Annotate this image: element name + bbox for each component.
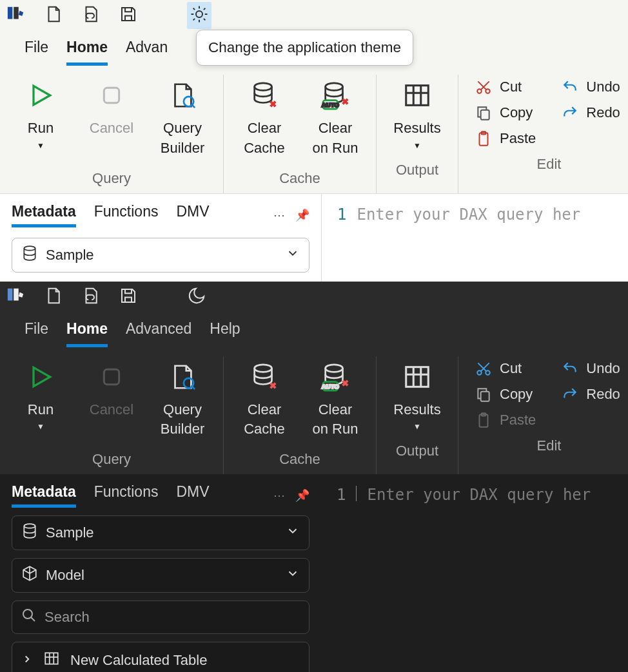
- svg-rect-12: [481, 110, 489, 120]
- side-tab-functions[interactable]: Functions: [94, 483, 159, 508]
- save-icon[interactable]: [119, 5, 138, 26]
- side-tab-metadata[interactable]: Metadata: [12, 483, 76, 508]
- tab-file[interactable]: File: [25, 312, 48, 347]
- app-logo-icon: [6, 5, 26, 26]
- cancel-button[interactable]: Cancel: [76, 75, 147, 161]
- cut-button[interactable]: Cut: [475, 360, 536, 377]
- chevron-right-icon: [21, 652, 33, 669]
- clear-cache-button[interactable]: Clear Cache: [229, 356, 300, 443]
- chevron-down-icon: [286, 524, 300, 542]
- svg-point-30: [24, 524, 35, 528]
- line-number: 1: [337, 486, 346, 672]
- clear-on-run-button[interactable]: AUTO Clear on Run: [300, 356, 371, 443]
- group-label-cache: Cache: [279, 442, 320, 474]
- search-icon: [21, 608, 37, 627]
- tab-home[interactable]: Home: [66, 31, 108, 66]
- db-erase-icon: [250, 77, 279, 113]
- svg-rect-27: [481, 391, 489, 401]
- query-builder-button[interactable]: Query Builder: [147, 356, 218, 443]
- database-combo[interactable]: Sample: [12, 238, 309, 273]
- svg-point-20: [255, 364, 272, 372]
- stop-icon: [99, 77, 124, 113]
- paste-button[interactable]: Paste: [475, 130, 536, 147]
- redo-button[interactable]: Redo: [562, 104, 620, 121]
- pin-icon[interactable]: 📌: [295, 488, 309, 503]
- svg-point-6: [326, 83, 343, 91]
- theme-tooltip: Change the application theme: [196, 30, 413, 66]
- undo-button[interactable]: Undo: [562, 79, 620, 95]
- query-editor[interactable]: 1 Enter your DAX query her: [321, 474, 628, 672]
- side-tab-metadata[interactable]: Metadata: [12, 203, 76, 227]
- new-file-icon[interactable]: [44, 286, 63, 308]
- pin-icon[interactable]: 📌: [295, 208, 309, 222]
- svg-rect-18: [104, 369, 119, 384]
- database-icon: [21, 245, 38, 265]
- search-input[interactable]: Search: [12, 600, 309, 634]
- database-icon: [21, 523, 38, 543]
- table-icon: [43, 650, 60, 671]
- line-number: 1: [337, 206, 346, 282]
- db-auto-erase-icon: AUTO: [320, 359, 350, 395]
- svg-rect-16: [8, 288, 13, 300]
- chevron-down-icon: ▼: [37, 141, 44, 150]
- theme-toggle-button[interactable]: [187, 286, 206, 308]
- group-label-cache: Cache: [279, 161, 320, 193]
- play-icon: [26, 77, 55, 113]
- link-file-icon[interactable]: [81, 5, 101, 26]
- save-icon[interactable]: [119, 286, 138, 308]
- chevron-down-icon: ▼: [413, 141, 421, 150]
- chevron-down-icon: [286, 246, 300, 264]
- copy-button[interactable]: Copy: [475, 386, 536, 403]
- results-button[interactable]: Results ▼: [382, 356, 453, 434]
- play-icon: [26, 359, 55, 395]
- tab-help[interactable]: Help: [210, 312, 240, 347]
- svg-rect-32: [45, 653, 58, 664]
- svg-rect-9: [406, 86, 429, 106]
- svg-rect-0: [8, 7, 13, 19]
- cut-button[interactable]: Cut: [475, 79, 536, 95]
- tab-advanced[interactable]: Advanced: [126, 312, 191, 347]
- side-tab-dmv[interactable]: DMV: [176, 203, 209, 227]
- editor-placeholder: Enter your DAX query her: [357, 206, 580, 282]
- undo-button[interactable]: Undo: [562, 360, 620, 377]
- svg-rect-3: [104, 88, 119, 102]
- copy-button[interactable]: Copy: [475, 104, 536, 121]
- clear-on-run-button[interactable]: AUTO Clear on Run: [300, 75, 371, 161]
- group-label-output: Output: [396, 153, 438, 185]
- chevron-down-icon: [286, 566, 300, 584]
- theme-toggle-button[interactable]: [187, 2, 211, 29]
- group-label-query: Query: [92, 161, 131, 193]
- svg-rect-1: [14, 7, 19, 19]
- group-label-query: Query: [92, 442, 131, 474]
- ellipsis-icon[interactable]: ⋯: [273, 488, 285, 503]
- model-combo[interactable]: Model: [12, 558, 309, 593]
- cancel-button[interactable]: Cancel: [76, 356, 147, 443]
- table-icon: [402, 359, 432, 395]
- svg-point-5: [255, 83, 272, 91]
- tab-home[interactable]: Home: [66, 312, 108, 347]
- db-auto-erase-icon: AUTO: [320, 77, 350, 113]
- redo-button[interactable]: Redo: [562, 386, 620, 403]
- database-combo[interactable]: Sample: [12, 515, 309, 550]
- run-button[interactable]: Run ▼: [5, 75, 76, 153]
- chevron-down-icon: ▼: [413, 422, 421, 431]
- side-tab-dmv[interactable]: DMV: [176, 483, 209, 508]
- query-editor[interactable]: 1 Enter your DAX query her: [321, 194, 628, 282]
- run-button[interactable]: Run ▼: [5, 356, 76, 434]
- tab-advanced[interactable]: Advan: [126, 31, 168, 66]
- table-icon: [402, 77, 432, 113]
- svg-text:AUTO: AUTO: [322, 101, 340, 108]
- stop-icon: [99, 359, 124, 395]
- tab-file[interactable]: File: [25, 31, 48, 66]
- editor-placeholder: Enter your DAX query her: [367, 486, 591, 672]
- tree-item-new-calc-table[interactable]: New Calculated Table: [12, 642, 309, 672]
- results-button[interactable]: Results ▼: [382, 75, 453, 153]
- side-tab-functions[interactable]: Functions: [94, 203, 159, 227]
- wrench-doc-icon: [168, 359, 197, 395]
- query-builder-button[interactable]: Query Builder: [147, 75, 218, 161]
- link-file-icon[interactable]: [81, 286, 101, 308]
- ellipsis-icon[interactable]: ⋯: [273, 208, 285, 222]
- paste-button[interactable]: Paste: [475, 412, 536, 428]
- clear-cache-button[interactable]: Clear Cache: [229, 75, 300, 161]
- new-file-icon[interactable]: [44, 5, 63, 26]
